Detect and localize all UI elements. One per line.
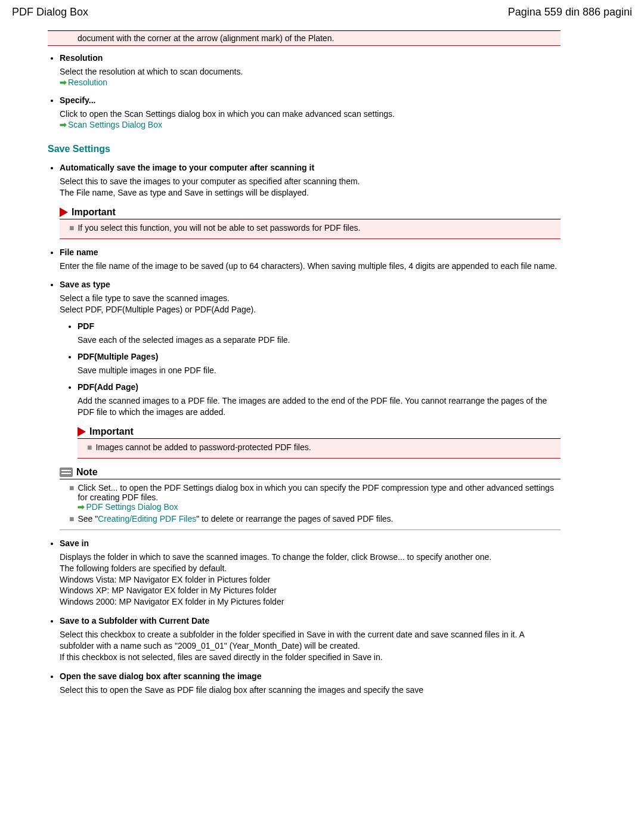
item-open-save-dialog: Open the save dialog box after scanning …	[60, 671, 561, 696]
save-subfolder-l2: If this checkbox is not selected, files …	[60, 652, 561, 663]
important-icon	[60, 208, 68, 217]
note-icon	[60, 467, 73, 477]
scan-settings-link[interactable]: Scan Settings Dialog Box	[68, 120, 162, 129]
item-save-subfolder: Save to a Subfolder with Current Date Se…	[60, 616, 561, 663]
item-specify: Specify... Click to open the Scan Settin…	[60, 95, 561, 129]
pdf-multi-title: PDF(Multiple Pages)	[78, 352, 561, 361]
item-save-in: Save in Displays the folder in which to …	[60, 538, 561, 608]
file-name-desc: Enter the file name of the image to be s…	[60, 261, 561, 272]
creating-editing-link[interactable]: Creating/Editing PDF Files	[98, 514, 196, 524]
bullet-icon: ■	[69, 514, 74, 524]
arrow-icon: ➡	[60, 120, 67, 129]
save-as-type-desc1: Select a file type to save the scanned i…	[60, 293, 561, 304]
sub-item-pdf-multi: PDF(Multiple Pages) Save multiple images…	[78, 352, 561, 376]
save-as-type-desc2: Select PDF, PDF(Multiple Pages) or PDF(A…	[60, 304, 561, 315]
sub-item-pdf: PDF Save each of the selected images as …	[78, 321, 561, 346]
important-text: If you select this function, you will no…	[78, 223, 556, 233]
save-in-l5: Windows 2000: MP Navigator EX folder in …	[60, 596, 561, 608]
save-subfolder-title: Save to a Subfolder with Current Date	[60, 616, 561, 625]
bullet-icon: ■	[87, 442, 92, 452]
pdf-multi-desc: Save multiple images in one PDF file.	[78, 365, 561, 376]
sub-item-pdf-add: PDF(Add Page) Add the scanned images to …	[78, 382, 561, 459]
file-name-title: File name	[60, 247, 561, 257]
note-text-2b: " to delete or rearrange the pages of sa…	[196, 514, 393, 524]
save-subfolder-l1: Select this checkbox to create a subfold…	[60, 629, 561, 652]
auto-save-desc2: The File name, Save as type and Save in …	[60, 187, 561, 199]
page-title: PDF Dialog Box	[12, 6, 88, 18]
save-in-title: Save in	[60, 538, 561, 548]
page-info: Pagina 559 din 886 pagini	[508, 6, 632, 18]
item-resolution: Resolution Select the resolution at whic…	[60, 53, 561, 87]
auto-save-desc1: Select this to save the images to your c…	[60, 176, 561, 187]
save-settings-heading: Save Settings	[48, 144, 561, 154]
item-file-name: File name Enter the file name of the ima…	[60, 247, 561, 272]
bullet-icon: ■	[69, 483, 74, 493]
top-note: document with the corner at the arrow (a…	[48, 30, 561, 46]
auto-save-title: Automatically save the image to your com…	[60, 163, 561, 172]
important-label-2: Important	[89, 426, 134, 437]
note-box: Note ■ Click Set... to open the PDF Sett…	[60, 467, 561, 530]
important-text-2: Images cannot be added to password-prote…	[95, 442, 556, 452]
note-text-2a: See "	[78, 514, 98, 524]
pdf-desc: Save each of the selected images as a se…	[78, 335, 561, 346]
item-auto-save: Automatically save the image to your com…	[60, 163, 561, 239]
save-in-l3: Windows Vista: MP Navigator EX folder in…	[60, 574, 561, 586]
important-box: Important ■ If you select this function,…	[60, 207, 561, 239]
specify-desc: Click to open the Scan Settings dialog b…	[60, 109, 561, 120]
important-label: Important	[72, 207, 116, 218]
open-save-dialog-desc: Select this to open the Save as PDF file…	[60, 685, 561, 696]
specify-title: Specify...	[60, 95, 561, 105]
pdf-title: PDF	[78, 321, 561, 331]
resolution-title: Resolution	[60, 53, 561, 63]
arrow-icon: ➡	[60, 78, 67, 87]
save-as-type-title: Save as type	[60, 280, 561, 289]
open-save-dialog-title: Open the save dialog box after scanning …	[60, 671, 561, 681]
resolution-link[interactable]: Resolution	[68, 78, 107, 87]
note-label: Note	[76, 467, 98, 478]
item-save-as-type: Save as type Select a file type to save …	[60, 280, 561, 529]
arrow-icon: ➡	[78, 502, 85, 512]
save-in-l1: Displays the folder in which to save the…	[60, 552, 561, 563]
pdf-settings-link[interactable]: PDF Settings Dialog Box	[86, 502, 178, 512]
note-text-1: Click Set... to open the PDF Settings di…	[78, 483, 553, 502]
important-icon	[78, 427, 86, 436]
bullet-icon: ■	[69, 223, 74, 233]
pdf-add-desc: Add the scanned images to a PDF file. Th…	[78, 395, 561, 418]
resolution-desc: Select the resolution at which to scan d…	[60, 66, 561, 78]
save-in-l2: The following folders are specified by d…	[60, 563, 561, 574]
save-in-l4: Windows XP: MP Navigator EX folder in My…	[60, 585, 561, 596]
pdf-add-title: PDF(Add Page)	[78, 382, 561, 392]
important-box-2: Important ■ Images cannot be added to pa…	[78, 426, 561, 459]
